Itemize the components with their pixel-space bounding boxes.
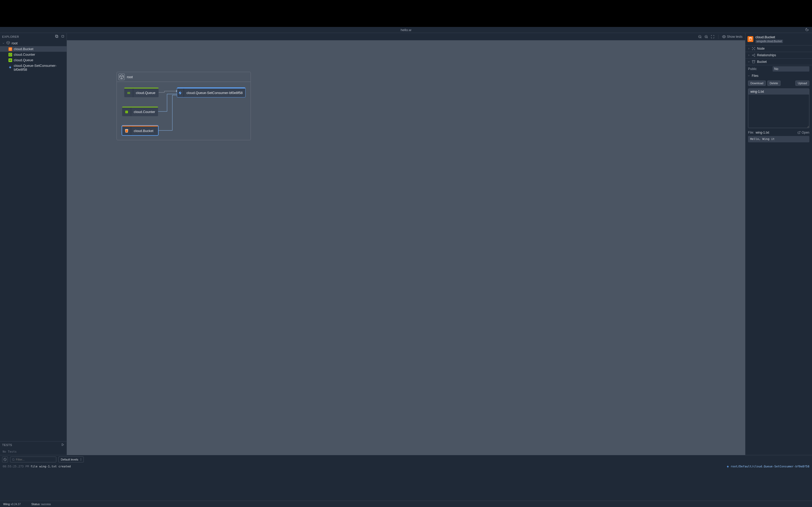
node-queue[interactable]: cloud.Queue [124, 88, 159, 97]
svg-point-39 [12, 458, 14, 460]
svg-line-40 [14, 460, 14, 460]
canvas[interactable]: root cloud.Queue [67, 40, 745, 455]
svg-point-29 [754, 49, 755, 50]
delete-button[interactable]: Delete [767, 80, 780, 86]
cube-icon [6, 41, 10, 45]
log-source[interactable]: root/Default/cloud.Queue-SetConsumer-bf0… [726, 465, 809, 468]
svg-marker-7 [62, 444, 64, 446]
svg-point-28 [752, 49, 753, 50]
svg-point-32 [754, 56, 755, 57]
file-label: File: [748, 131, 754, 134]
tree-item-consumer[interactable]: cloud.Queue-SetConsumer-bf0e8f58 [0, 63, 67, 72]
download-button[interactable]: Download [748, 80, 766, 86]
node-label: cloud.Counter [131, 110, 158, 114]
levels-select[interactable]: Default levels [58, 457, 84, 462]
chevron-down-icon [2, 42, 5, 45]
tree-root-label: root [12, 41, 17, 45]
svg-line-38 [4, 458, 6, 460]
bucket-icon [748, 36, 753, 42]
relationships-icon [752, 53, 755, 57]
counter-icon [8, 53, 12, 57]
node-bucket[interactable]: cloud.Bucket [122, 126, 158, 135]
function-icon [177, 89, 184, 97]
expand-all-icon[interactable] [61, 35, 64, 39]
root-label: root [127, 75, 133, 79]
svg-line-36 [799, 131, 800, 133]
section-node[interactable]: Node [745, 45, 812, 52]
inspector-subtitle: wingsdk.cloud.Bucket [755, 40, 783, 43]
status-value: success [41, 503, 51, 506]
run-tests-icon[interactable] [61, 443, 64, 447]
svg-line-34 [753, 55, 754, 56]
svg-point-31 [754, 54, 755, 55]
canvas-area: Show tests root [67, 33, 745, 455]
window-title: hello.w [401, 28, 411, 32]
search-icon [12, 458, 15, 461]
svg-rect-35 [752, 60, 755, 61]
queue-icon [124, 89, 133, 97]
queue-icon [8, 58, 12, 62]
section-bucket[interactable]: Bucket [745, 59, 812, 65]
zoom-in-icon[interactable] [704, 35, 708, 39]
app-name: Wing [3, 503, 10, 506]
tree-item-label: cloud.Counter [14, 53, 35, 57]
svg-line-9 [701, 37, 702, 38]
show-tests-toggle[interactable]: Show tests [722, 35, 743, 39]
root-block[interactable]: root cloud.Queue [116, 72, 251, 140]
explorer-panel: EXPLORER root [0, 33, 67, 455]
clear-console-button[interactable] [2, 457, 8, 462]
status-label: Status: [32, 503, 41, 506]
title-bar: hello.w [0, 27, 812, 33]
tree-item-label: cloud.Queue [14, 58, 33, 62]
file-list[interactable]: wing-1.txt [748, 89, 809, 128]
svg-rect-1 [56, 36, 58, 38]
archive-icon [752, 60, 755, 64]
node-icon [752, 47, 755, 50]
node-label: cloud.Queue-SetConsumer-bf0e8f58 [184, 91, 245, 95]
svg-point-15 [724, 36, 725, 37]
filter-input[interactable] [10, 457, 56, 462]
chevron-down-icon [748, 60, 750, 63]
svg-point-26 [752, 47, 753, 48]
fit-icon[interactable] [711, 35, 714, 39]
file-item[interactable]: wing-1.txt [748, 89, 809, 95]
node-label: cloud.Queue [133, 91, 158, 95]
tree-item-bucket[interactable]: cloud.Bucket [0, 46, 67, 52]
node-counter[interactable]: cloud.Counter [122, 107, 158, 116]
section-relationships[interactable]: Relationships [745, 52, 812, 59]
svg-point-30 [752, 55, 753, 56]
node-label: cloud.Bucket [131, 129, 156, 133]
status-bar: Wing v0.24.37 Status: success [0, 501, 812, 507]
chevron-right-icon [748, 47, 750, 50]
file-content[interactable]: Hello, Wing it [748, 136, 809, 142]
tree-item-counter[interactable]: cloud.Counter [0, 52, 67, 57]
zoom-out-icon[interactable] [698, 35, 702, 39]
chevron-down-icon [748, 74, 750, 77]
function-icon [8, 65, 12, 70]
log-message: file wing-1.txt created [31, 465, 70, 468]
chevron-updown-icon [80, 458, 82, 461]
open-button[interactable]: Open [798, 131, 809, 134]
function-icon [726, 465, 729, 468]
bucket-icon [8, 47, 12, 51]
svg-point-23 [125, 129, 128, 130]
svg-line-33 [753, 54, 754, 55]
theme-toggle-icon[interactable] [805, 28, 809, 32]
log-timestamp: 08:55:25.273 PM [3, 465, 29, 468]
inspector-title: cloud.Bucket [755, 35, 783, 39]
tree-item-queue[interactable]: cloud.Queue [0, 57, 67, 63]
upload-button[interactable]: Upload [795, 80, 809, 86]
tree-root[interactable]: root [0, 40, 67, 46]
app-version: v0.24.37 [11, 503, 20, 506]
tests-title: TESTS [2, 443, 12, 447]
file-name: wing-1.txt [756, 131, 769, 134]
explorer-title: EXPLORER [2, 35, 19, 38]
section-files[interactable]: Files [745, 73, 812, 79]
public-label: Public [748, 67, 770, 71]
svg-point-27 [754, 47, 755, 48]
counter-icon [122, 108, 131, 116]
inspector-panel: cloud.Bucket wingsdk.cloud.Bucket Node R… [745, 33, 812, 455]
node-consumer[interactable]: cloud.Queue-SetConsumer-bf0e8f58 [177, 88, 245, 97]
bucket-icon [122, 126, 131, 135]
collapse-all-icon[interactable] [55, 35, 58, 39]
